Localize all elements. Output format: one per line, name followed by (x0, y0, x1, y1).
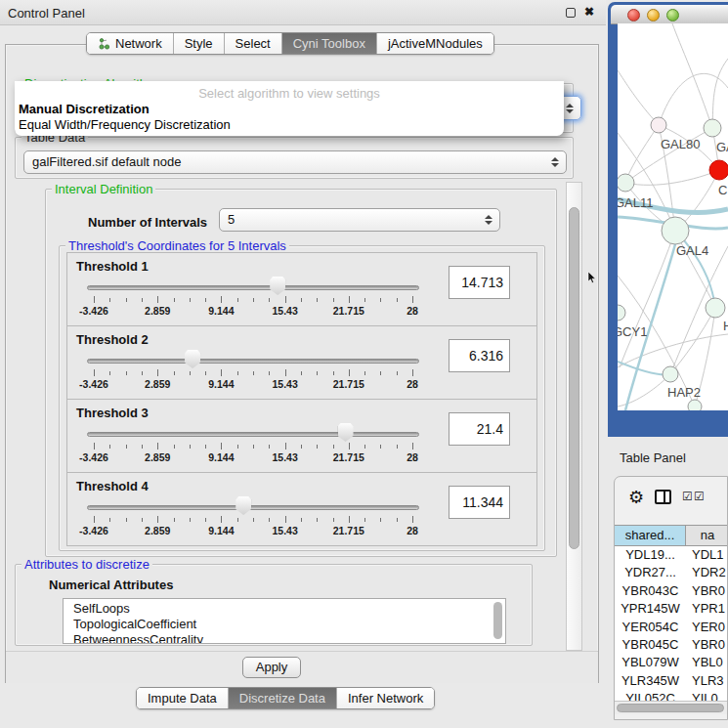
slider-handle[interactable] (338, 423, 354, 442)
table-data-combo[interactable]: galFiltered.sif default node (23, 150, 567, 174)
column-header-shared-name[interactable]: shared... (615, 526, 686, 545)
slider-handle[interactable] (236, 496, 251, 515)
table-row[interactable]: YBR045CYBR0 (615, 636, 728, 654)
tab-select[interactable]: Select (224, 33, 281, 54)
algorithm-option-equal-width-frequency-discretization[interactable]: Equal Width/Frequency Discretization (15, 116, 564, 132)
threshold-value-field[interactable]: 14.713 (449, 266, 510, 299)
slider-track[interactable] (87, 285, 419, 290)
table-row[interactable]: YLR345WYLR3 (615, 672, 728, 690)
tick-label: 2.859 (145, 451, 170, 463)
tick-mark (285, 296, 286, 303)
network-node-h[interactable] (706, 298, 725, 318)
close-traffic-light-icon[interactable] (627, 9, 640, 21)
tab-style[interactable]: Style (173, 33, 224, 54)
table-row[interactable]: YDR27...YDR2 (615, 564, 728, 581)
attribute-item-selfloops[interactable]: SelfLoops (64, 601, 505, 617)
close-icon[interactable]: ✖ (584, 5, 594, 19)
table-row[interactable]: YBL079WYBL0 (615, 654, 728, 671)
apply-button[interactable]: Apply (242, 657, 301, 678)
zoom-traffic-light-icon[interactable] (666, 9, 679, 21)
table-hscrollbar-thumb[interactable] (617, 704, 724, 712)
cell-shared-name: YLR345W (615, 672, 686, 690)
panel-title: Control Panel (8, 6, 85, 21)
algorithm-option-manual-discretization[interactable]: Manual Discretization (15, 101, 564, 116)
threshold-coordinates-group: Threshold's Coordinates for 5 Intervals … (59, 245, 545, 551)
checkbox-icon[interactable]: ☑ (694, 490, 705, 503)
slider-track[interactable] (87, 505, 419, 510)
column-header-name[interactable]: na (686, 526, 728, 545)
network-node-gal80[interactable] (651, 117, 666, 133)
tick-label: 28 (407, 451, 418, 463)
tab-impute-data[interactable]: Impute Data (137, 688, 228, 708)
tick-label: -3.426 (79, 305, 108, 317)
table-row[interactable]: YDL19...YDL1 (615, 546, 728, 564)
tick-mark (109, 445, 110, 449)
number-of-intervals-label: Number of Intervals (88, 215, 207, 230)
combo-arrows-icon (485, 215, 492, 225)
network-node-hap2[interactable] (663, 366, 678, 382)
attribute-item-topologicalcoefficient[interactable]: TopologicalCoefficient (64, 617, 505, 632)
tick-mark (205, 298, 206, 302)
network-canvas[interactable]: GAL80GACGAL11GAL4GCY1HHAP2 (618, 23, 728, 410)
network-node-ga[interactable] (704, 119, 721, 137)
network-edge (625, 125, 659, 183)
network-node-c[interactable] (709, 160, 728, 180)
tab-infer-network[interactable]: Infer Network (336, 688, 434, 708)
threshold-value-field[interactable]: 11.344 (449, 486, 510, 519)
tick-mark (269, 371, 270, 375)
slider-handle[interactable] (270, 277, 285, 295)
tick-mark (349, 516, 350, 523)
threshold-value-field[interactable]: 6.316 (449, 339, 510, 372)
combo-arrows-icon (566, 104, 574, 113)
attribute-item-betweennesscentrality[interactable]: BetweennessCentrality (64, 632, 505, 644)
panel-scrollbar-thumb[interactable] (569, 207, 579, 549)
table-hscrollbar[interactable] (615, 701, 728, 714)
tick-mark (237, 445, 238, 449)
threshold-value-field[interactable]: 21.4 (449, 412, 510, 446)
number-of-intervals-combo[interactable]: 5 (219, 208, 500, 232)
tick-mark (285, 369, 286, 376)
tick-mark (174, 298, 175, 302)
table-row[interactable]: YER054CYER0 (615, 619, 728, 636)
tick-mark (157, 443, 158, 450)
network-node-gal11[interactable] (618, 174, 634, 192)
tick-mark (205, 445, 206, 449)
checkbox-icon[interactable]: ☑ (682, 490, 693, 503)
tick-label: 21.715 (333, 525, 364, 536)
tick-mark (109, 518, 110, 522)
tab-network[interactable]: Network (87, 33, 173, 54)
threshold-coordinates-label: Threshold's Coordinates for 5 Intervals (65, 238, 289, 253)
slider-track[interactable] (87, 432, 419, 437)
algorithm-option-list: Manual DiscretizationEqual Width/Frequen… (15, 101, 564, 132)
network-node[interactable] (688, 400, 702, 410)
tick-mark (157, 296, 158, 303)
threshold-title: Threshold 2 (76, 332, 149, 347)
table-data-group: Table Data galFiltered.sif default node (15, 137, 574, 179)
numerical-attributes-list[interactable]: SelfLoopsTopologicalCoefficientBetweenne… (63, 598, 506, 644)
network-edge (672, 23, 712, 128)
gear-icon[interactable]: ⚙ (628, 487, 644, 508)
tick-label: 9.144 (208, 451, 234, 463)
cell-name: YLR3 (686, 672, 728, 690)
tick-mark (221, 516, 222, 523)
panel-scrollbar[interactable] (566, 182, 582, 651)
tab-discretize-data[interactable]: Discretize Data (228, 688, 336, 708)
cell-name: YDR2 (686, 564, 728, 581)
tab-cyni-toolbox[interactable]: Cyni Toolbox (281, 33, 376, 54)
minimize-traffic-light-icon[interactable] (647, 9, 660, 21)
tab-jactivemnodules[interactable]: jActiveMNodules (376, 33, 493, 54)
list-scrollbar[interactable] (493, 602, 502, 639)
network-node-gal4[interactable] (662, 217, 689, 244)
columns-icon[interactable] (655, 490, 671, 504)
slider-track[interactable] (87, 359, 419, 364)
tick-label: 21.715 (333, 305, 364, 317)
tick-mark (253, 445, 254, 449)
threshold-title: Threshold 3 (76, 406, 149, 420)
table-row[interactable]: YPR145WYPR1 (615, 600, 728, 618)
slider-handle[interactable] (185, 350, 200, 368)
cell-shared-name: YBL079W (615, 654, 686, 671)
network-node-gcy1[interactable] (618, 305, 625, 321)
float-window-icon[interactable] (566, 8, 576, 18)
attributes-group: Attributes to discretize Numerical Attri… (15, 564, 533, 646)
table-row[interactable]: YBR043CYBR0 (615, 582, 728, 600)
